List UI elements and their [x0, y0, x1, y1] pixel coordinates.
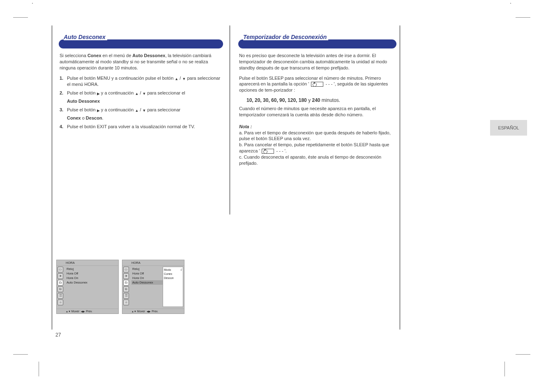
paragraph-3: Cuando el número de minutos que necesite…	[239, 106, 396, 118]
section-header-left: Auto Desconex	[59, 39, 223, 48]
note-c: c. Cuando desconecta el aparato, éste an…	[239, 154, 396, 166]
osd-cat-icon: ☰	[123, 293, 129, 299]
crop-mark	[13, 17, 28, 18]
osd-cat-icon: ▭	[58, 267, 63, 272]
sleep-timer-icon	[262, 149, 274, 154]
note-b: b. Para cancelar el tiempo, pulse repeti…	[239, 142, 396, 154]
crop-mark	[516, 354, 530, 355]
osd-cat-icon: ⌾	[123, 300, 129, 305]
page-number: 27	[55, 332, 61, 338]
sleep-times: 10, 20, 30, 60, 90, 120, 180 y 240 minut…	[246, 97, 396, 103]
osd-cat-icon: ⧉	[58, 286, 63, 292]
crop-mark	[13, 354, 28, 355]
step-2: 2. Pulse el botón y a continuación / par…	[60, 90, 222, 97]
osd-cat-icon: 🗀	[58, 280, 63, 286]
osd-cat-icon: 🕩	[123, 273, 129, 279]
osd-cat-icon: ⧉	[123, 286, 129, 292]
notes-title: Nota :	[239, 124, 396, 130]
osd-panel-1: HORA ▭ 🕩 🗀 ⧉ ☰ ⌾ Reloj Hora Off Hora On …	[56, 260, 119, 314]
osd-cat-icon: ⌾	[58, 300, 63, 305]
registration-dot	[510, 3, 511, 4]
osd-header: HORA	[57, 260, 118, 266]
osd-footer: ▲▼ Mover ◀▶ Prev.	[57, 309, 118, 314]
right-arrow-icon	[97, 107, 100, 113]
osd-icon-column: ▭ 🕩 🗀 ⧉ ☰ ⌾	[122, 266, 130, 309]
crop-mark	[504, 362, 505, 376]
crop-mark	[39, 362, 39, 376]
crop-mark	[516, 17, 530, 18]
up-arrow-icon	[175, 76, 178, 82]
osd-menu-list: Reloj Hora Off Hora On Auto Dessonex	[64, 266, 118, 309]
osd-panel-2: HORA ▭ 🕩 🗀 ⧉ ☰ ⌾ Reloj Hora Off Hora On …	[122, 260, 184, 314]
up-arrow-icon	[135, 107, 138, 113]
osd-footer: ▲▼ Mover ◀▶ Prev.	[122, 309, 184, 314]
section-title: Temporizador de Desconexión	[243, 34, 328, 40]
sleep-timer-icon	[311, 82, 323, 87]
left-column: Auto Desconex Si selecciona Conex en el …	[56, 25, 226, 131]
osd-cat-icon: 🕩	[58, 273, 63, 279]
osd-cat-icon: ▭	[123, 267, 129, 272]
osd-screenshots: HORA ▭ 🕩 🗀 ⧉ ☰ ⌾ Reloj Hora Off Hora On …	[56, 260, 184, 314]
step-3: 3. Pulse el botón y a continuación / par…	[60, 107, 222, 113]
step-1: 1. Pulse el botón MENU y a continuación …	[60, 75, 222, 88]
step-3-selection: Conex o Descon.	[67, 115, 222, 121]
intro-paragraph: Si selecciona Conex en el menú de Auto D…	[60, 53, 222, 71]
step-2-selection: Auto Dessonex	[67, 98, 222, 104]
language-tab: ESPAÑOL	[490, 120, 527, 136]
section-header-right: Temporizador de Desconexión	[238, 39, 396, 48]
down-arrow-icon	[182, 76, 186, 82]
right-arrow-icon	[97, 90, 100, 97]
note-a: a. Para ver el tiempo de desconexión que…	[239, 130, 396, 142]
osd-icon-column: ▭ 🕩 🗀 ⧉ ☰ ⌾	[57, 266, 64, 309]
osd-header: HORA	[122, 260, 184, 266]
paragraph-2: Pulse el botón SLEEP para seleccionar el…	[239, 75, 396, 94]
manual-page: ESPAÑOL Auto Desconex Si selecciona Cone…	[52, 25, 400, 330]
section-title: Auto Desconex	[64, 34, 107, 40]
up-arrow-icon	[135, 90, 138, 97]
osd-cat-icon: ☰	[58, 293, 63, 299]
notes-block: Nota : a. Para ver el tiempo de desconex…	[239, 124, 396, 166]
right-column: Temporizador de Desconexión No es precis…	[230, 25, 399, 214]
osd-detail-popup: Modo√ Conex Descon	[163, 267, 183, 307]
step-4: 4. Pulse el botón EXIT para volver a la …	[60, 124, 222, 130]
osd-menu-list: Reloj Hora Off Hora On Auto Dessonex Mod…	[130, 266, 184, 309]
registration-dot	[32, 3, 33, 4]
paragraph-1: No es preciso que desconecte la televisi…	[239, 53, 396, 71]
osd-cat-icon: 🗀	[123, 280, 129, 286]
